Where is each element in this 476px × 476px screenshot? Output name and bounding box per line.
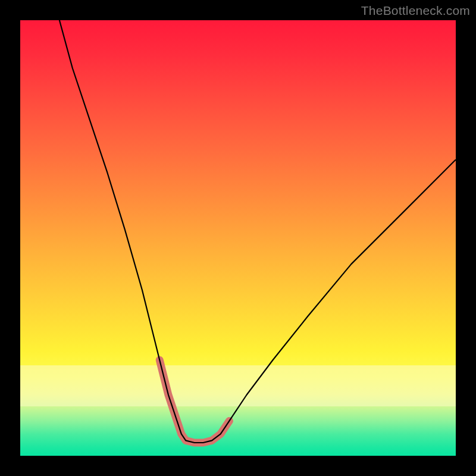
watermark-text: TheBottleneck.com (361, 4, 470, 18)
bottleneck-curve (60, 20, 456, 443)
chart-frame: TheBottleneck.com (0, 0, 476, 476)
plot-area (20, 20, 456, 456)
curve-layer (20, 20, 456, 456)
